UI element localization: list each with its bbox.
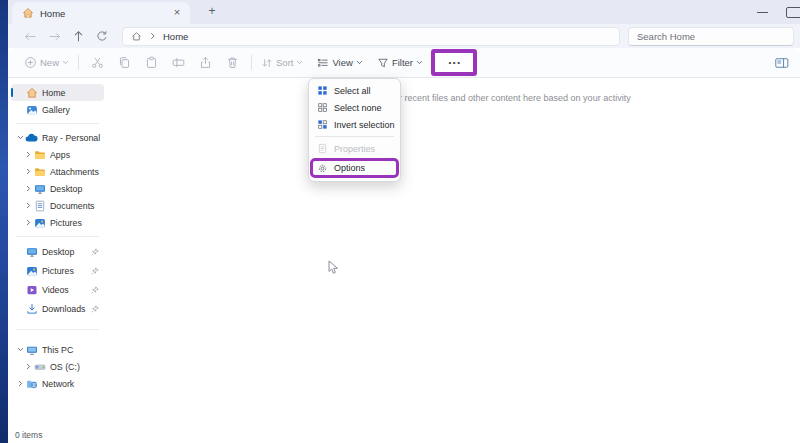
pin-icon: [91, 305, 99, 313]
chevron-right-icon[interactable]: [24, 185, 33, 192]
details-pane-icon[interactable]: [768, 51, 795, 75]
sidebar-separator: [16, 236, 99, 237]
chevron-down-icon[interactable]: [16, 347, 25, 352]
refresh-icon[interactable]: [90, 26, 114, 46]
chevron-right-icon[interactable]: [16, 380, 25, 387]
minimize-icon[interactable]: [746, 0, 780, 24]
sidebar-item-label: Desktop: [42, 247, 91, 257]
chevron-down-icon: [416, 60, 423, 65]
file-explorer-window: Home × +: [8, 0, 800, 443]
maximize-icon[interactable]: [780, 0, 800, 24]
new-icon: [24, 56, 37, 69]
menu-item-options[interactable]: Options: [310, 158, 399, 178]
chevron-right-icon[interactable]: [24, 219, 33, 226]
sidebar-item-desktop-pinned[interactable]: Desktop: [11, 242, 104, 261]
sort-button-label: Sort: [276, 57, 293, 68]
mouse-cursor: [328, 260, 339, 275]
sidebar-item-label: Ray - Personal: [42, 133, 104, 143]
paste-icon[interactable]: [138, 51, 165, 75]
filter-button[interactable]: Filter: [373, 51, 427, 75]
breadcrumb[interactable]: Home: [163, 31, 188, 42]
sidebar-item-pictures-onedrive[interactable]: Pictures: [19, 214, 104, 231]
sidebar-item-pictures-pinned[interactable]: Pictures: [11, 261, 104, 280]
pin-icon: [91, 267, 99, 275]
items-count: 0 items: [15, 430, 42, 440]
view-button-label: View: [332, 57, 352, 68]
chevron-right-icon[interactable]: [24, 202, 33, 209]
sidebar-item-home[interactable]: Home: [11, 84, 104, 101]
sidebar-item-gallery[interactable]: Gallery: [11, 101, 104, 118]
explorer-body: Home Gallery Ray: [8, 78, 800, 427]
forward-icon[interactable]: [42, 26, 66, 46]
chevron-right-icon[interactable]: [24, 168, 33, 175]
breadcrumb-home-icon[interactable]: [131, 31, 142, 42]
address-bar[interactable]: Home: [122, 27, 620, 46]
chevron-right-icon[interactable]: [24, 151, 33, 158]
folder-icon: [33, 166, 46, 178]
drive-icon: [33, 361, 46, 373]
back-icon[interactable]: [18, 26, 42, 46]
this-pc-icon: [25, 344, 38, 356]
chevron-down-icon[interactable]: [16, 135, 25, 140]
copy-icon[interactable]: [111, 51, 138, 75]
sidebar-item-network[interactable]: Network: [11, 375, 104, 392]
sidebar-item-attachments[interactable]: Attachments: [19, 163, 104, 180]
pictures-icon: [25, 265, 38, 277]
pin-icon: [91, 248, 99, 256]
sidebar-item-apps[interactable]: Apps: [19, 146, 104, 163]
menu-item-select-all[interactable]: Select all: [311, 82, 398, 99]
cut-icon[interactable]: [84, 51, 111, 75]
chevron-down-icon: [356, 60, 363, 65]
menu-item-label: Properties: [334, 144, 375, 154]
menu-item-label: Select none: [334, 103, 382, 113]
chevron-right-icon[interactable]: [24, 363, 33, 370]
desktop-wallpaper-edge: [0, 0, 8, 443]
sidebar-item-onedrive[interactable]: Ray - Personal: [11, 129, 104, 146]
window-controls: [746, 0, 800, 24]
new-tab-icon[interactable]: +: [204, 4, 220, 20]
navigation-bar: Home: [8, 24, 800, 48]
menu-item-properties[interactable]: Properties: [311, 140, 398, 157]
downloads-icon: [25, 303, 38, 315]
sidebar-item-videos-pinned[interactable]: Videos: [11, 280, 104, 299]
recent-files-hint: ur recent files and other content here b…: [394, 93, 631, 103]
toolbar-divider: [251, 55, 252, 70]
sidebar-item-label: Home: [42, 88, 104, 98]
view-button[interactable]: View: [313, 51, 366, 75]
up-icon[interactable]: [66, 26, 90, 46]
tab-title: Home: [40, 8, 170, 19]
screenshot-stage: Home × +: [0, 0, 800, 443]
share-icon[interactable]: [192, 51, 219, 75]
new-button[interactable]: New: [20, 51, 73, 75]
sidebar-item-desktop-onedrive[interactable]: Desktop: [19, 180, 104, 197]
sort-button[interactable]: Sort: [257, 51, 307, 75]
sidebar-item-label: Network: [42, 379, 104, 389]
desktop-icon: [33, 183, 46, 195]
search-input[interactable]: [637, 31, 785, 42]
sidebar-item-label: Gallery: [42, 105, 104, 115]
search-box[interactable]: [628, 27, 794, 46]
menu-item-select-none[interactable]: Select none: [311, 99, 398, 116]
see-more-menu: Select all Select none Invert selection: [308, 78, 401, 182]
see-more-button[interactable]: •••: [431, 49, 477, 76]
close-tab-icon[interactable]: ×: [170, 6, 184, 20]
sidebar-item-label: Attachments: [50, 167, 104, 177]
menu-item-invert-selection[interactable]: Invert selection: [311, 116, 398, 133]
delete-icon[interactable]: [219, 51, 246, 75]
pin-icon: [91, 286, 99, 294]
sidebar-item-downloads-pinned[interactable]: Downloads: [11, 299, 104, 318]
sidebar-item-documents[interactable]: Documents: [19, 197, 104, 214]
content-area: ur recent files and other content here b…: [107, 78, 800, 427]
videos-icon: [25, 284, 38, 296]
sidebar-item-label: Desktop: [50, 184, 104, 194]
sidebar-item-label: Apps: [50, 150, 104, 160]
network-icon: [25, 378, 38, 390]
sidebar-item-os-c[interactable]: OS (C:): [19, 358, 104, 375]
properties-icon: [317, 143, 328, 154]
explorer-tab-home[interactable]: Home ×: [12, 2, 190, 24]
sidebar-item-label: Pictures: [50, 218, 104, 228]
sidebar-item-this-pc[interactable]: This PC: [11, 341, 104, 358]
chevron-down-icon: [62, 60, 69, 65]
sidebar-item-label: Pictures: [42, 266, 91, 276]
rename-icon[interactable]: [165, 51, 192, 75]
